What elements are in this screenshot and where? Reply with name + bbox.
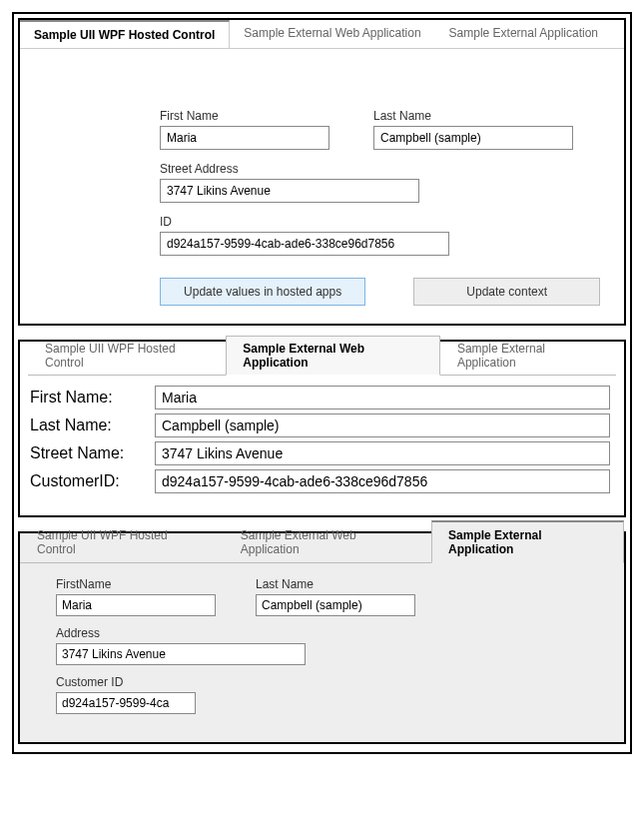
panel-external-application: Sample UII WPF Hosted Control Sample Ext… xyxy=(18,531,626,744)
last-name-label: Last Name xyxy=(256,577,415,591)
street-name-input[interactable] xyxy=(155,441,610,465)
panel2-body: First Name: Last Name: Street Name: Cust… xyxy=(28,376,616,493)
last-name-input[interactable] xyxy=(155,413,610,437)
last-name-label: Last Name: xyxy=(30,416,155,434)
panel1-body: First Name Last Name Street Address ID xyxy=(20,49,624,324)
panel3-body: FirstName Last Name Address Customer ID xyxy=(20,563,624,742)
tab-wpf-hosted-control[interactable]: Sample UII WPF Hosted Control xyxy=(20,521,224,563)
first-name-input[interactable] xyxy=(56,594,216,616)
first-name-label: First Name xyxy=(160,109,329,123)
panel3-tabstrip: Sample UII WPF Hosted Control Sample Ext… xyxy=(20,533,624,563)
street-address-label: Street Address xyxy=(160,162,419,176)
tab-external-application[interactable]: Sample External Application xyxy=(431,520,624,563)
address-label: Address xyxy=(56,626,306,640)
customerid-input[interactable] xyxy=(155,469,610,493)
tab-wpf-hosted-control[interactable]: Sample UII WPF Hosted Control xyxy=(28,336,226,376)
panel-wpf-hosted-control: Sample UII WPF Hosted Control Sample Ext… xyxy=(18,18,626,326)
tab-external-application[interactable]: Sample External Application xyxy=(440,336,616,376)
street-name-label: Street Name: xyxy=(30,444,155,462)
first-name-label: First Name: xyxy=(30,389,155,407)
first-name-input[interactable] xyxy=(160,126,329,150)
panel1-tabstrip: Sample UII WPF Hosted Control Sample Ext… xyxy=(20,20,624,49)
tab-external-web-application[interactable]: Sample External Web Application xyxy=(226,336,440,376)
last-name-label: Last Name xyxy=(373,109,573,123)
address-input[interactable] xyxy=(56,643,306,665)
id-input[interactable] xyxy=(160,232,449,256)
outer-frame: Sample UII WPF Hosted Control Sample Ext… xyxy=(12,12,632,754)
panel-external-web-application: Sample UII WPF Hosted Control Sample Ext… xyxy=(18,340,626,517)
panel2-tabstrip: Sample UII WPF Hosted Control Sample Ext… xyxy=(28,348,616,376)
last-name-input[interactable] xyxy=(373,126,573,150)
first-name-label: FirstName xyxy=(56,577,216,591)
street-address-input[interactable] xyxy=(160,179,419,203)
update-values-button[interactable]: Update values in hosted apps xyxy=(160,278,365,306)
tab-external-web-application[interactable]: Sample External Web Application xyxy=(224,521,431,563)
last-name-input[interactable] xyxy=(256,594,415,616)
update-context-button[interactable]: Update context xyxy=(413,278,600,306)
tab-external-web-application[interactable]: Sample External Web Application xyxy=(230,20,434,48)
tab-wpf-hosted-control[interactable]: Sample UII WPF Hosted Control xyxy=(20,20,230,48)
first-name-input[interactable] xyxy=(155,386,610,409)
customer-id-input[interactable] xyxy=(56,692,196,714)
customer-id-label: Customer ID xyxy=(56,675,196,689)
id-label: ID xyxy=(160,215,449,229)
tab-external-application[interactable]: Sample External Application xyxy=(435,20,612,48)
customerid-label: CustomerID: xyxy=(30,472,155,490)
